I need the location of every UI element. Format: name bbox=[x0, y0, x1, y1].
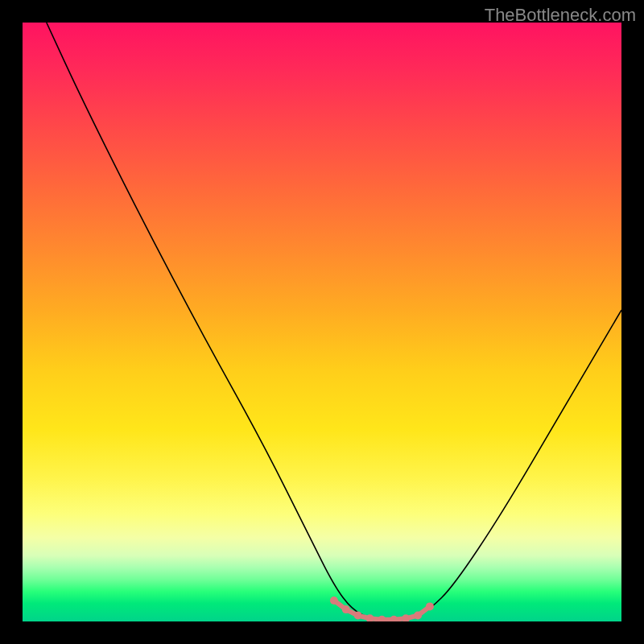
optimal-zone-dot bbox=[414, 612, 422, 620]
chart-curve-group bbox=[47, 23, 621, 621]
chart-plot-area bbox=[23, 23, 621, 621]
bottleneck-curve-line bbox=[47, 23, 621, 621]
optimal-zone-dot bbox=[342, 605, 350, 613]
chart-svg bbox=[23, 23, 621, 621]
optimal-zone-dot bbox=[390, 616, 398, 621]
optimal-zone-dot bbox=[354, 612, 362, 620]
optimal-zone-dot bbox=[426, 602, 434, 610]
watermark-text: TheBottleneck.com bbox=[485, 5, 636, 26]
optimal-zone-dot bbox=[378, 616, 386, 621]
optimal-zone-dot bbox=[330, 597, 338, 605]
